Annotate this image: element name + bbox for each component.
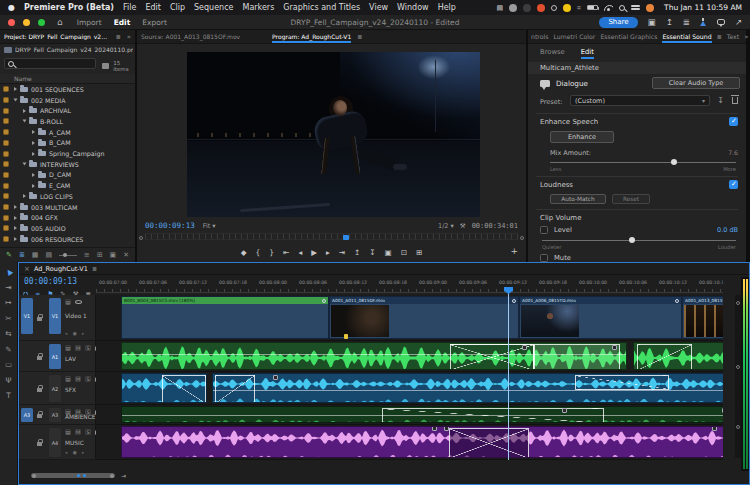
keyboard-icon[interactable]: ⌗ <box>577 4 581 12</box>
app-window-icon[interactable]: ▤ <box>496 4 503 12</box>
audio-clip-lav-1[interactable] <box>121 342 627 370</box>
lock-icon[interactable] <box>37 442 42 446</box>
fade-box[interactable] <box>575 375 669 390</box>
chevron-right-icon[interactable] <box>23 194 26 198</box>
app-circle-red-icon[interactable] <box>537 4 545 12</box>
playback-resolution-dropdown[interactable]: 1/2 ▾ <box>438 222 454 230</box>
panel-menu-icon[interactable]: ≣ <box>717 33 722 40</box>
scrubber-playhead[interactable] <box>343 235 349 240</box>
lock-icon[interactable] <box>37 388 42 392</box>
chevron-right-icon[interactable] <box>14 205 17 209</box>
menu-markers[interactable]: Markers <box>243 3 275 12</box>
add-marker-button[interactable]: ◆ <box>241 248 247 257</box>
menu-graphics-and-titles[interactable]: Graphics and Titles <box>283 3 360 12</box>
video-clip-3[interactable]: A001_A006_0815TD.mov <box>519 296 682 339</box>
nav-tab-import[interactable]: Import <box>71 18 108 27</box>
source-target-patch-v1[interactable]: V1 <box>49 298 61 334</box>
source-target-patch-a3[interactable]: A3 <box>21 408 33 422</box>
quick-export-icon[interactable]: ↥ <box>666 17 673 27</box>
feedback-icon[interactable] <box>717 19 725 25</box>
menu-view[interactable]: View <box>369 3 388 12</box>
hand-tool[interactable]: Ψ <box>6 376 12 385</box>
ripple-edit-tool[interactable]: ↦ <box>5 298 11 307</box>
tab-text[interactable]: Text <box>727 33 740 40</box>
sort-icon[interactable]: ≡ <box>84 251 90 259</box>
user-dot-icon[interactable] <box>646 4 654 12</box>
vscroll-handle[interactable] <box>736 425 740 429</box>
track-header-v1[interactable]: V1V1▤Video 1◂ ● ▸ <box>19 295 96 341</box>
bin-row-b-cam[interactable]: B_CAM <box>0 138 135 149</box>
rectangle-tool[interactable]: ▭ <box>5 360 12 369</box>
bin-row-a-cam[interactable]: A_CAM <box>0 127 135 138</box>
mute-track-button[interactable]: M <box>75 429 81 435</box>
scrubber-end-handle[interactable] <box>520 236 524 240</box>
chevron-right-icon[interactable] <box>32 184 35 188</box>
audio-clip-sfx-1[interactable] <box>121 373 207 403</box>
project-writable-icon[interactable]: ✎ <box>6 251 12 259</box>
chevron-down-icon[interactable] <box>23 163 27 166</box>
audio-clip-ambience[interactable] <box>121 406 723 423</box>
keyframe-nav[interactable]: ◂ ● ▸ <box>65 450 86 455</box>
track-header-a4[interactable]: A4▤MSMUSIC◂ ● ▸ <box>19 425 96 460</box>
chevron-right-icon[interactable] <box>32 130 35 134</box>
tab-overflow-icon[interactable]: » <box>744 33 748 41</box>
timeline-timecode[interactable]: 00:00:09:13 <box>24 277 77 286</box>
track-header-a2[interactable]: A2▤MSSFX <box>19 372 96 405</box>
minimize-window-button[interactable] <box>23 19 30 26</box>
video-clip-4[interactable]: A001_A013_0815TN.mov <box>682 296 723 339</box>
comparison-view-button[interactable]: ⊡ <box>401 248 407 257</box>
layout-icon[interactable]: ▣ <box>648 17 656 27</box>
bin-row-spring-campaign[interactable]: Spring_Campaign <box>0 148 135 159</box>
bin-row-interviews[interactable]: INTERVIEWS <box>0 159 135 170</box>
track-patch-a3[interactable]: A3 <box>49 408 61 422</box>
audio-clip-music[interactable] <box>121 426 723 458</box>
app-circle-dark-icon[interactable] <box>523 4 531 12</box>
play-button[interactable]: ▶ <box>311 248 317 257</box>
preset-dropdown[interactable]: (Custom)▾ <box>570 95 710 106</box>
pen-tool[interactable]: ✎ <box>5 345 11 354</box>
loudness-reset-button[interactable]: Reset <box>612 194 650 204</box>
chevron-right-icon[interactable] <box>14 87 17 91</box>
selection-tool[interactable]: ▲ <box>4 266 14 277</box>
level-slider-thumb[interactable] <box>629 237 635 243</box>
bin-row-e-cam[interactable]: E_CAM <box>0 180 135 191</box>
track-name-video-1[interactable]: Video 1 <box>65 313 87 319</box>
chevron-right-icon[interactable] <box>32 152 35 156</box>
audio-clip-lav-2[interactable] <box>633 342 723 370</box>
program-timecode[interactable]: 00:00:09:13 <box>145 221 195 230</box>
home-icon[interactable]: ⌂ <box>57 17 63 27</box>
source-target-patch-v1[interactable]: V1 <box>21 298 33 334</box>
track-content-a2[interactable] <box>96 372 723 405</box>
panel-menu-icon[interactable]: ≣ <box>357 33 362 40</box>
chevron-right-icon[interactable] <box>14 216 17 220</box>
go-to-in-button[interactable]: ⇤ <box>283 248 289 257</box>
mute-checkbox[interactable] <box>540 254 548 262</box>
zoom-slider[interactable] <box>59 255 77 256</box>
chevron-down-icon[interactable] <box>23 120 27 123</box>
sync-lock-icon[interactable]: ▤ <box>65 376 71 382</box>
tab-browse[interactable]: Browse <box>540 48 565 56</box>
video-clip-1[interactable]: B001_B003_0815CS.mov [180%] <box>121 296 329 339</box>
bin-path-icon[interactable] <box>102 63 109 69</box>
tab-edit[interactable]: Edit <box>581 48 594 56</box>
project-file-row[interactable]: DRYP_Fell_Campaign_v24_20240110.prproj <box>4 46 133 53</box>
mute-track-button[interactable]: M <box>75 345 81 351</box>
bin-row-b-roll[interactable]: B-ROLL <box>0 116 135 127</box>
track-patch-a2[interactable]: A2 <box>49 375 61 402</box>
ring-icon[interactable] <box>551 5 557 11</box>
chevron-right-icon[interactable] <box>14 237 17 241</box>
battery-icon[interactable] <box>587 5 598 10</box>
track-name-lav[interactable]: LAV <box>65 356 76 362</box>
track-content-a3[interactable] <box>96 405 723 425</box>
tab-program-monitor[interactable]: Program: Ad_RoughCut-V1 <box>272 33 351 40</box>
sync-lock-icon[interactable]: ▤ <box>65 345 71 351</box>
track-header-a1[interactable]: A1▤MSLAV <box>19 341 96 372</box>
column-header-name[interactable]: Name <box>0 74 135 84</box>
track-name-ambience[interactable]: AMBIENCE <box>65 414 95 420</box>
slip-tool[interactable]: ⇆ <box>5 329 11 338</box>
bin-row-archival[interactable]: ARCHIVAL <box>0 105 135 116</box>
solo-track-button[interactable]: S <box>85 376 91 382</box>
lift-button[interactable]: ↥ <box>354 248 360 257</box>
app-circle-gray-icon[interactable] <box>509 4 517 12</box>
fade-in-box[interactable] <box>637 344 692 370</box>
